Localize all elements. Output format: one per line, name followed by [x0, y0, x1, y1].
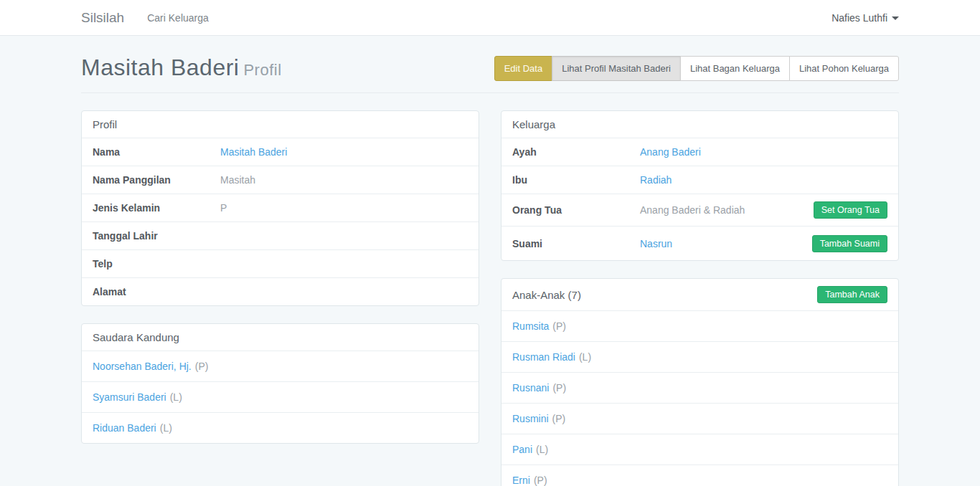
person-link[interactable]: Noorsehan Baderi, Hj.: [93, 361, 192, 372]
gender-label: (L): [579, 351, 591, 363]
profile-row-jenis-kelamin: Jenis Kelamin P: [82, 194, 479, 221]
gender-label: (P): [534, 475, 547, 486]
family-row-suami: Suami Nasrun Tambah Suami: [501, 226, 898, 260]
person-link[interactable]: Rusnani: [512, 382, 549, 394]
chevron-down-icon: [892, 16, 899, 20]
profile-panel-title: Profil: [82, 111, 479, 138]
sibling-list-item: Riduan Baderi (L): [82, 412, 479, 443]
brand-link[interactable]: Silsilah: [81, 10, 124, 26]
page-subtitle: Profil: [243, 61, 281, 79]
edit-data-button[interactable]: Edit Data: [494, 56, 552, 81]
gender-label: (P): [195, 361, 209, 372]
header-divider: [81, 92, 899, 93]
family-row-ibu: Ibu Radiah: [501, 166, 898, 194]
profile-row-alamat: Alamat: [82, 277, 479, 305]
children-panel-header: Anak-Anak (7) Tambah Anak: [501, 279, 898, 310]
profile-row-telp: Telp: [82, 249, 479, 277]
user-name: Nafies Luthfi: [831, 12, 887, 24]
person-link[interactable]: Rusman Riadi: [512, 351, 575, 363]
person-link[interactable]: Masitah Baderi: [220, 146, 287, 158]
left-column: Profil Nama Masitah Baderi Nama Panggila…: [81, 110, 479, 461]
siblings-panel: Saudara Kandung Noorsehan Baderi, Hj. (P…: [81, 323, 479, 444]
user-menu-dropdown[interactable]: Nafies Luthfi: [831, 12, 899, 24]
right-column: Keluarga Ayah Anang Baderi Ibu Radiah Or…: [501, 110, 899, 486]
profile-panel: Profil Nama Masitah Baderi Nama Panggila…: [81, 110, 479, 306]
profile-row-nama-panggilan: Nama Panggilan Masitah: [82, 166, 479, 194]
set-orang-tua-button[interactable]: Set Orang Tua: [814, 201, 887, 219]
family-panel: Keluarga Ayah Anang Baderi Ibu Radiah Or…: [501, 110, 899, 261]
children-panel: Anak-Anak (7) Tambah Anak Rumsita (P) Ru…: [501, 278, 899, 486]
navbar: Silsilah Cari Keluarga Nafies Luthfi: [0, 0, 980, 36]
child-list-item: Rusmini (P): [501, 403, 898, 434]
person-link[interactable]: Radiah: [640, 174, 672, 186]
page-title: Masitah BaderiProfil: [81, 54, 282, 81]
person-link[interactable]: Syamsuri Baderi: [93, 391, 166, 403]
family-row-ayah: Ayah Anang Baderi: [501, 138, 898, 166]
child-list-item: Rusman Riadi (L): [501, 341, 898, 372]
person-link[interactable]: Riduan Baderi: [93, 422, 156, 434]
nav-item-cari-keluarga[interactable]: Cari Keluarga: [147, 12, 209, 24]
person-link[interactable]: Pani: [512, 444, 532, 455]
family-row-orang-tua: Orang Tua Anang Baderi & Radiah Set Oran…: [501, 194, 898, 226]
children-panel-title: Anak-Anak (7): [512, 289, 581, 301]
profile-row-nama: Nama Masitah Baderi: [82, 138, 479, 166]
view-family-chart-button[interactable]: Lihat Bagan Keluarga: [680, 56, 790, 81]
view-family-tree-button[interactable]: Lihat Pohon Keluarga: [789, 56, 899, 81]
child-list-item: Rusnani (P): [501, 372, 898, 403]
person-link[interactable]: Erni: [512, 475, 530, 486]
family-panel-title: Keluarga: [501, 111, 898, 138]
tambah-anak-button[interactable]: Tambah Anak: [817, 286, 887, 303]
gender-label: (L): [170, 391, 182, 403]
profile-row-tanggal-lahir: Tanggal Lahir: [82, 221, 479, 249]
child-list-item: Rumsita (P): [501, 310, 898, 341]
gender-label: (P): [552, 413, 566, 424]
siblings-panel-title: Saudara Kandung: [82, 324, 479, 351]
person-link[interactable]: Anang Baderi: [640, 146, 701, 158]
view-profile-button[interactable]: Lihat Profil Masitah Baderi: [552, 56, 681, 81]
child-list-item: Pani (L): [501, 434, 898, 464]
gender-label: (L): [536, 444, 548, 455]
sibling-list-item: Syamsuri Baderi (L): [82, 381, 479, 412]
profile-action-button-group: Edit Data Lihat Profil Masitah Baderi Li…: [494, 56, 899, 81]
person-link[interactable]: Rumsita: [512, 320, 549, 332]
gender-label: (P): [552, 382, 566, 394]
gender-label: (P): [552, 320, 566, 332]
gender-label: (L): [160, 422, 172, 434]
person-name-heading: Masitah Baderi: [81, 54, 239, 80]
person-link[interactable]: Nasrun: [640, 238, 672, 249]
sibling-list-item: Noorsehan Baderi, Hj. (P): [82, 351, 479, 381]
tambah-suami-button[interactable]: Tambah Suami: [812, 235, 887, 252]
child-list-item: Erni (P): [501, 464, 898, 486]
person-link[interactable]: Rusmini: [512, 413, 549, 424]
